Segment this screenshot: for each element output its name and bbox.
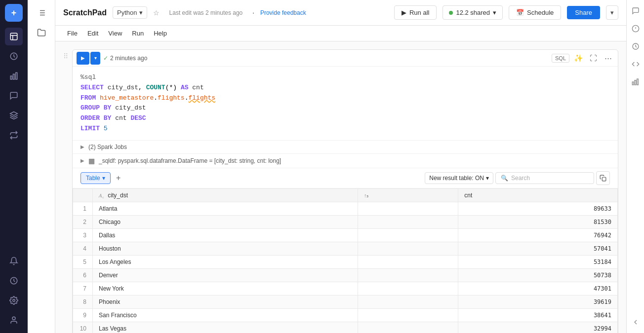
star-icon[interactable]: ☆ (153, 9, 160, 17)
edit-time: Last edit was 2 minutes ago (169, 9, 243, 16)
sidebar-icon-notebook[interactable] (5, 28, 23, 45)
spark-jobs-row[interactable]: ▶ (2) Spark Jobs (73, 141, 618, 154)
right-panel-variables-icon[interactable] (629, 57, 643, 71)
language-selector[interactable]: Python ▾ (113, 6, 147, 19)
svg-point-10 (12, 317, 15, 320)
cell-cnt: 32994 (458, 322, 618, 333)
table-tab-chevron-icon: ▾ (102, 175, 105, 182)
cell-rownum: 6 (73, 268, 93, 282)
copy-layout-button[interactable] (596, 171, 610, 185)
cell-city_dst: New York (93, 282, 358, 295)
cell-drag-handle[interactable]: ⠿ (63, 49, 68, 60)
top-bar: ScratchPad Python ▾ ☆ Last edit was 2 mi… (55, 0, 626, 26)
sidebar-icon-user[interactable] (5, 311, 23, 329)
cell-empty (358, 268, 458, 282)
cell-empty (358, 228, 458, 242)
col-header-rownum (73, 188, 93, 202)
right-panel-comments-icon[interactable] (629, 4, 643, 18)
panel-sidebar (28, 0, 55, 333)
share-button[interactable]: Share (567, 6, 600, 19)
menu-view[interactable]: View (104, 28, 126, 39)
col-header-cnt[interactable]: cnt (458, 188, 618, 202)
code-line-limit: LIMIT 5 (80, 124, 610, 134)
sidebar-icon-notifications[interactable] (5, 252, 23, 270)
sidebar-icon-recents[interactable] (5, 272, 23, 290)
menu-help[interactable]: Help (150, 28, 171, 39)
sidebar-icon-charts[interactable] (5, 67, 23, 85)
cell-city_dst: San Francisco (93, 308, 358, 322)
dataframe-icon: ▦ (88, 157, 95, 165)
menu-edit[interactable]: Edit (83, 28, 102, 39)
run-all-button[interactable]: ▶ Run all (394, 5, 437, 20)
cell-rownum: 7 (73, 282, 93, 295)
left-sidebar: + (0, 0, 28, 333)
cell-cnt: 53184 (458, 255, 618, 268)
feedback-link[interactable]: Provide feedback (260, 9, 306, 16)
cell-status-check-icon: ✓ (103, 55, 108, 62)
cell-empty (358, 295, 458, 308)
play-icon: ▶ (402, 9, 406, 16)
new-result-chevron-icon: ▾ (486, 175, 489, 182)
panel-icon-files[interactable] (33, 24, 50, 41)
more-options-button[interactable]: ▾ (606, 5, 618, 20)
dataframe-row[interactable]: ▶ ▦ _sqldf: pyspark.sql.dataframe.DataFr… (73, 154, 618, 168)
cluster-selector[interactable]: 12.2 shared ▾ (443, 5, 503, 20)
notebook-menu: File Edit View Run Help (55, 26, 626, 41)
sidebar-icon-history[interactable] (5, 47, 23, 65)
sidebar-icon-comments[interactable] (5, 87, 23, 105)
cell-run-button[interactable]: ▶ (77, 52, 89, 65)
cell-city_dst: Phoenix (93, 295, 358, 308)
cell-empty (358, 255, 458, 268)
menu-run[interactable]: Run (128, 28, 148, 39)
menu-file[interactable]: File (63, 28, 81, 39)
cell-run-dropdown[interactable]: ▾ (90, 52, 100, 65)
schedule-button[interactable]: 📅 Schedule (509, 5, 561, 20)
calendar-icon: 📅 (516, 9, 524, 16)
svg-rect-24 (637, 79, 638, 85)
cell-ai-icon[interactable]: ✨ (572, 52, 584, 64)
table-row: 4 Houston 57041 (73, 242, 618, 255)
col-header-sort[interactable]: ↑₃ (358, 188, 458, 202)
cell-city_dst: Los Angeles (93, 255, 358, 268)
right-panel-ai-icon[interactable] (629, 22, 643, 36)
table-tabs: Table ▾ + New result table: ON ▾ 🔍 Searc… (73, 168, 618, 188)
cell-cnt: 38641 (458, 308, 618, 322)
table-add-button[interactable]: + (113, 172, 124, 184)
sidebar-icon-settings[interactable] (5, 292, 23, 309)
code-line-select: SELECT city_dst, COUNT(*) AS cnt (80, 83, 610, 93)
right-panel-collapse-icon[interactable] (629, 315, 643, 329)
cell-rownum: 3 (73, 228, 93, 242)
code-line-magic: %sql (80, 73, 610, 83)
dataframe-expand-icon: ▶ (80, 158, 84, 163)
cell-city_dst: Houston (93, 242, 358, 255)
search-box[interactable]: 🔍 Search (495, 172, 594, 184)
code-line-from: FROM hive_metastore.flights.flights (80, 93, 610, 104)
svg-rect-23 (635, 80, 636, 85)
sidebar-icon-workflows[interactable] (5, 126, 23, 144)
cell-expand-icon[interactable]: ⛶ (587, 52, 599, 64)
svg-rect-0 (10, 33, 17, 40)
cell-more-icon[interactable]: ⋯ (602, 52, 614, 64)
cell-city_dst: Dallas (93, 228, 358, 242)
cell-empty (358, 242, 458, 255)
right-panel-history-icon[interactable] (629, 39, 643, 53)
cell-empty (358, 322, 458, 333)
code-editor[interactable]: %sql SELECT city_dst, COUNT(*) AS cnt FR… (73, 67, 618, 140)
panel-icon-table-of-contents[interactable] (33, 4, 50, 22)
col-header-city_dst[interactable]: 𝐴꜀ city_dst (93, 188, 358, 202)
table-tab-main[interactable]: Table ▾ (80, 172, 111, 184)
right-panel-charts-icon[interactable] (629, 75, 643, 89)
new-result-toggle[interactable]: New result table: ON ▾ (425, 172, 493, 184)
sidebar-icon-cluster[interactable] (5, 107, 23, 124)
cell-rownum: 9 (73, 308, 93, 322)
cell-type-badge[interactable]: SQL (552, 54, 569, 63)
cell-rownum: 2 (73, 215, 93, 228)
cluster-status-dot (449, 11, 453, 15)
cell-toolbar: ▶ ▾ ✓ 2 minutes ago SQL ✨ ⛶ ⋯ (73, 50, 618, 67)
table-row: 2 Chicago 81530 (73, 215, 618, 228)
table-row: 7 New York 47301 (73, 282, 618, 295)
svg-rect-5 (13, 74, 15, 79)
main-area: ScratchPad Python ▾ ☆ Last edit was 2 mi… (55, 0, 626, 333)
cell-city_dst: Las Vegas (93, 322, 358, 333)
app-logo[interactable]: + (5, 4, 23, 22)
